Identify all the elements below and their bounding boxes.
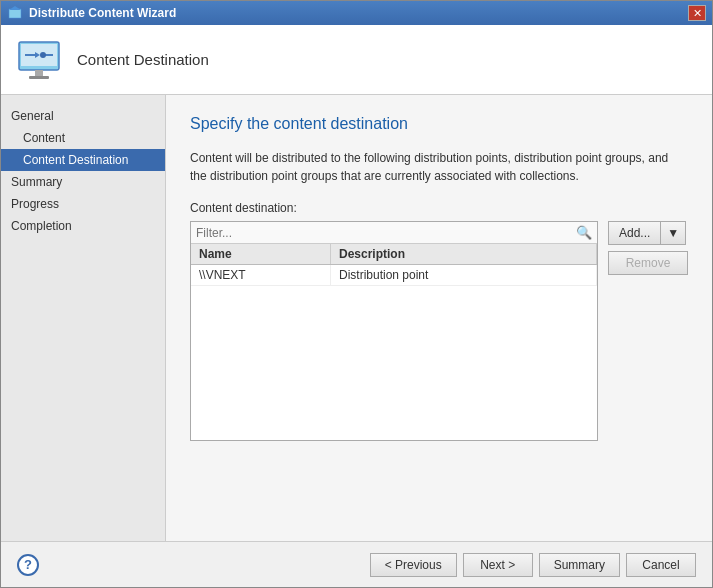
summary-button[interactable]: Summary (539, 553, 620, 577)
header-panel: Content Destination (1, 25, 712, 95)
search-icon: 🔍 (576, 225, 592, 240)
footer: ? < Previous Next > Summary Cancel (1, 541, 712, 587)
window-title: Distribute Content Wizard (29, 6, 176, 20)
main-content: Specify the content destination Content … (166, 95, 712, 541)
footer-buttons: < Previous Next > Summary Cancel (370, 553, 696, 577)
sidebar-item-summary[interactable]: Summary (1, 171, 165, 193)
col-desc-header: Description (331, 244, 597, 264)
content-dest-label: Content destination: (190, 201, 688, 215)
previous-button[interactable]: < Previous (370, 553, 457, 577)
body: General Content Content Destination Summ… (1, 95, 712, 541)
title-bar: Distribute Content Wizard ✕ (1, 1, 712, 25)
add-button-split: Add... ▼ (608, 221, 688, 245)
filter-row: 🔍 (191, 222, 597, 244)
filter-input[interactable] (196, 226, 576, 240)
svg-rect-0 (9, 9, 21, 18)
cancel-button[interactable]: Cancel (626, 553, 696, 577)
header-title: Content Destination (77, 51, 209, 68)
window-icon (7, 5, 23, 21)
dest-area: 🔍 Name Description \\VNEXT Distribution … (190, 221, 688, 521)
col-name-header: Name (191, 244, 331, 264)
svg-rect-5 (29, 76, 49, 79)
add-button[interactable]: Add... (608, 221, 660, 245)
sidebar-item-progress[interactable]: Progress (1, 193, 165, 215)
svg-point-9 (40, 52, 46, 58)
button-col: Add... ▼ Remove (608, 221, 688, 521)
remove-button[interactable]: Remove (608, 251, 688, 275)
help-button[interactable]: ? (17, 554, 39, 576)
description-text: Content will be distributed to the follo… (190, 149, 670, 185)
wizard-window: Distribute Content Wizard ✕ Content Dest… (0, 0, 713, 588)
sidebar: General Content Content Destination Summ… (1, 95, 166, 541)
header-icon (15, 36, 63, 84)
svg-rect-4 (35, 70, 43, 76)
close-button[interactable]: ✕ (688, 5, 706, 21)
sidebar-item-content-destination[interactable]: Content Destination (1, 149, 165, 171)
add-dropdown-button[interactable]: ▼ (660, 221, 686, 245)
svg-marker-1 (9, 6, 21, 10)
sidebar-item-content[interactable]: Content (1, 127, 165, 149)
table-header: Name Description (191, 244, 597, 265)
page-title: Specify the content destination (190, 115, 688, 133)
cell-desc: Distribution point (331, 265, 597, 285)
sidebar-item-general[interactable]: General (1, 105, 165, 127)
next-button[interactable]: Next > (463, 553, 533, 577)
sidebar-item-completion[interactable]: Completion (1, 215, 165, 237)
table-row[interactable]: \\VNEXT Distribution point (191, 265, 597, 286)
cell-name: \\VNEXT (191, 265, 331, 285)
dest-table: 🔍 Name Description \\VNEXT Distribution … (190, 221, 598, 441)
